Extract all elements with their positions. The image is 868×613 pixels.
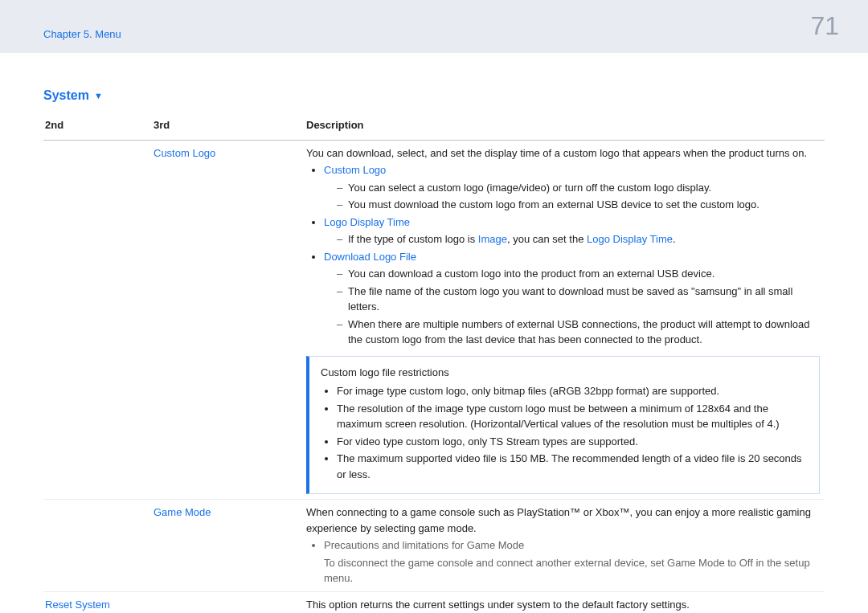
custom-logo-intro: You can download, select, and set the di…	[306, 145, 820, 161]
col-header-3rd: 3rd	[152, 112, 305, 140]
sub-download-d3: When there are multiple numbers of exter…	[337, 317, 820, 348]
game-mode-intro: When connecting to a game console such a…	[306, 505, 820, 536]
dropdown-icon: ▼	[94, 91, 103, 100]
table-row: Custom Logo You can download, select, an…	[43, 140, 825, 500]
sub-logo-display-time-d1: If the type of custom logo is Image, you…	[337, 231, 820, 247]
table-row: Reset System This option returns the cur…	[43, 591, 825, 613]
page-content: System ▼ 2nd 3rd Description Custom Logo…	[0, 53, 868, 613]
cell-2nd: Reset System	[43, 591, 152, 613]
table-header-row: 2nd 3rd Description	[43, 112, 825, 140]
menu-table: 2nd 3rd Description Custom Logo You can …	[43, 112, 825, 613]
note-title: Custom logo file restrictions	[321, 365, 808, 381]
chapter-title: Chapter 5. Menu	[43, 28, 121, 40]
section-title: System	[43, 88, 89, 103]
game-mode-subline: To disconnect the game console and conne…	[324, 555, 820, 586]
page-number: 71	[810, 11, 839, 41]
sub-download-d2: The file name of the custom logo you wan…	[337, 284, 820, 315]
restrictions-note: Custom logo file restrictions For image …	[306, 356, 820, 495]
custom-logo-link[interactable]: Custom Logo	[154, 147, 215, 159]
cell-2nd	[43, 500, 152, 592]
cell-2nd	[43, 140, 152, 500]
table-row: Game Mode When connecting to a game cons…	[43, 500, 825, 592]
sub-custom-logo-d1: You can select a custom logo (image/vide…	[337, 180, 820, 196]
sub-download-logo-file-title: Download Logo File	[324, 251, 416, 263]
section-heading-system[interactable]: System ▼	[43, 88, 103, 103]
cell-3rd: Game Mode	[152, 500, 305, 592]
sub-logo-display-time-title: Logo Display Time	[324, 216, 410, 228]
note-b3: For video type custom logo, only TS Stre…	[337, 434, 808, 450]
sub-download-d1: You can download a custom logo into the …	[337, 266, 820, 282]
game-mode-link[interactable]: Game Mode	[154, 506, 211, 518]
header-bar: Chapter 5. Menu 71	[0, 0, 868, 53]
note-b1: For image type custom logo, only bitmap …	[337, 383, 808, 399]
reset-system-link[interactable]: Reset System	[45, 599, 110, 611]
cell-3rd	[152, 591, 305, 613]
sub-custom-logo-d2: You must download the custom logo from a…	[337, 197, 820, 213]
game-mode-subtitle: Precautions and limitations for Game Mod…	[324, 537, 820, 554]
note-b4: The maximum supported video file is 150 …	[337, 451, 808, 482]
cell-description: This option returns the current settings…	[305, 591, 825, 613]
note-b2: The resolution of the image type custom …	[337, 401, 808, 432]
col-header-2nd: 2nd	[43, 112, 152, 140]
col-header-description: Description	[305, 112, 825, 140]
reset-system-intro: This option returns the current settings…	[306, 599, 690, 611]
cell-3rd: Custom Logo	[152, 140, 305, 500]
cell-description: When connecting to a game console such a…	[305, 500, 825, 592]
cell-description: You can download, select, and set the di…	[305, 140, 825, 500]
sub-custom-logo-title: Custom Logo	[324, 164, 386, 176]
